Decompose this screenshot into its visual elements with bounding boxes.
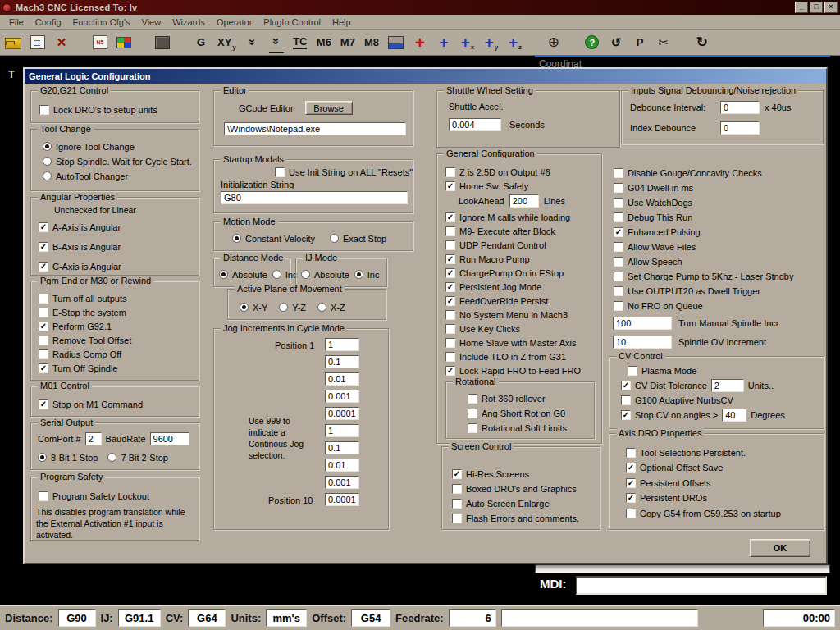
checkbox-mark[interactable] bbox=[445, 240, 455, 250]
debounce-interval-input[interactable]: 0 bbox=[720, 101, 760, 114]
tool-change-icon[interactable]: TC bbox=[293, 32, 308, 53]
checkbox-mark[interactable] bbox=[39, 349, 48, 359]
radio-mark[interactable] bbox=[232, 234, 241, 243]
checkbox-c-axis-is-angular[interactable]: ✓C-Axis is Angular bbox=[39, 259, 121, 273]
checkbox-mark[interactable]: ✓ bbox=[626, 478, 636, 488]
checkbox-lock-dro-s-to-setup-units[interactable]: Lock DRO's to setup units bbox=[39, 103, 158, 116]
checkbox-perform-g92-1[interactable]: ✓Perform G92.1 bbox=[39, 319, 131, 333]
checkbox-persistent-jog-mode[interactable]: ✓Persistent Jog Mode. bbox=[445, 280, 581, 294]
jog-increment-input-2[interactable]: 0.1 bbox=[325, 355, 359, 368]
radio-mark[interactable] bbox=[240, 303, 249, 312]
restore-button[interactable]: □ bbox=[810, 2, 823, 13]
jog-increment-input-8[interactable]: 0.01 bbox=[325, 459, 359, 472]
radio-mark[interactable] bbox=[43, 142, 52, 151]
checkbox-b-axis-is-angular[interactable]: ✓B-Axis is Angular bbox=[39, 240, 121, 253]
checkbox-plasma-mode[interactable]: Plasma Mode bbox=[628, 363, 696, 377]
checkbox-mark[interactable] bbox=[445, 338, 455, 348]
checkbox-use-init-string-on-all-resets[interactable]: Use Init String on ALL "Resets" bbox=[275, 165, 413, 179]
radio-mark[interactable] bbox=[38, 453, 47, 462]
radio-mark[interactable] bbox=[272, 270, 281, 279]
jog-increment-input-10[interactable]: 0.0001 bbox=[325, 493, 359, 506]
checkbox-use-output20-as-dwell-trigger[interactable]: Use OUTPUT20 as Dwell Trigger bbox=[614, 284, 793, 298]
z-to-zero-icon[interactable]: » bbox=[269, 32, 284, 53]
radio-absolute[interactable]: Absolute bbox=[301, 267, 349, 281]
radio-constant-velocity[interactable]: Constant Velocity bbox=[232, 231, 315, 245]
checkbox-mark[interactable] bbox=[614, 183, 623, 193]
checkbox-mark[interactable] bbox=[614, 212, 623, 222]
checkbox-a-axis-is-angular[interactable]: ✓A-Axis is Angular bbox=[39, 220, 121, 234]
checkbox-remove-tool-offset[interactable]: Remove Tool Offset bbox=[39, 333, 131, 347]
checkbox-no-fro-on-queue[interactable]: No FRO on Queue bbox=[614, 299, 793, 313]
checkbox-boxed-dro-s-and-graphics[interactable]: Boxed DRO's and Graphics bbox=[452, 482, 579, 495]
minimize-button[interactable]: _ bbox=[795, 2, 808, 13]
checkbox-mark[interactable] bbox=[468, 394, 477, 404]
checkbox-stop-cv-on-angles[interactable]: ✓ Stop CV on angles > 40 Degrees bbox=[621, 408, 785, 422]
radio-mark[interactable] bbox=[279, 303, 288, 312]
checkbox-mark[interactable] bbox=[445, 167, 455, 177]
menu-item-file[interactable]: File bbox=[3, 16, 30, 29]
tool-table-icon[interactable] bbox=[155, 36, 170, 49]
checkbox-stop-on-m1-command[interactable]: ✓Stop on M1 Command bbox=[39, 397, 143, 411]
checkbox-use-key-clicks[interactable]: Use Key Clicks bbox=[445, 322, 581, 336]
menu-item-function-cfgs[interactable]: Function Cfg's bbox=[67, 16, 136, 29]
jog-increment-input-9[interactable]: 0.001 bbox=[325, 476, 359, 489]
checkbox-home-slave-with-master-axis[interactable]: Home Slave with Master Axis bbox=[445, 336, 581, 349]
menu-item-view[interactable]: View bbox=[136, 16, 167, 29]
jog-increment-input-7[interactable]: 0.1 bbox=[325, 441, 359, 454]
checkbox-z-is-2-5d-on-output-6[interactable]: Z is 2.5D on Output #6 bbox=[445, 165, 550, 179]
checkbox-mark[interactable]: ✓ bbox=[626, 493, 636, 503]
menu-item-config[interactable]: Config bbox=[30, 16, 67, 29]
checkbox-mark[interactable]: ✓ bbox=[39, 262, 48, 272]
checkbox-mark[interactable] bbox=[39, 294, 48, 304]
gcode-editor-path-input[interactable]: \Windows\Notepad.exe bbox=[224, 122, 406, 135]
display-settings-icon[interactable] bbox=[116, 37, 131, 48]
checkbox-g04-dwell-in-ms[interactable]: G04 Dwell in ms bbox=[614, 180, 793, 194]
radio-absolute[interactable]: Absolute bbox=[219, 267, 267, 281]
checkbox-mark[interactable]: ✓ bbox=[614, 227, 623, 237]
index-debounce-input[interactable]: 0 bbox=[720, 121, 760, 135]
checkbox-mark[interactable]: ✓ bbox=[39, 399, 48, 409]
mdi-input[interactable] bbox=[576, 576, 827, 595]
checkbox-mark[interactable] bbox=[452, 514, 462, 523]
checkbox-allow-speech[interactable]: Allow Speech bbox=[614, 254, 793, 268]
ok-button[interactable]: OK bbox=[750, 539, 810, 557]
checkbox-mark[interactable] bbox=[452, 499, 462, 509]
checkbox-mark[interactable]: ✓ bbox=[621, 410, 631, 420]
radio-mark[interactable] bbox=[219, 270, 228, 279]
radio-7-bit-2-stop[interactable]: 7 Bit 2-Stop bbox=[107, 450, 167, 464]
checkbox-allow-wave-files[interactable]: Allow Wave Files bbox=[614, 240, 793, 253]
set-next-line-icon[interactable]: N5 bbox=[93, 35, 107, 49]
checkbox-mark[interactable] bbox=[614, 272, 623, 281]
checkbox-mark[interactable] bbox=[628, 366, 637, 376]
checkbox-mark[interactable] bbox=[275, 167, 285, 177]
checkbox-mark[interactable] bbox=[39, 336, 48, 345]
browse-button[interactable]: Browse bbox=[305, 101, 353, 115]
checkbox-radius-comp-off[interactable]: Radius Comp Off bbox=[39, 347, 131, 361]
jog-increment-input-1[interactable]: 1 bbox=[325, 338, 359, 351]
checkbox-persistent-offsets[interactable]: ✓Persistent Offsets bbox=[626, 476, 781, 490]
cv-dist-tolerance-input[interactable]: 2 bbox=[711, 379, 744, 392]
checkbox-hi-res-screens[interactable]: ✓Hi-Res Screens bbox=[452, 467, 579, 481]
checkbox-mark[interactable] bbox=[614, 242, 623, 252]
checkbox-g100-adaptive-nurbscv[interactable]: G100 Adaptive NurbsCV bbox=[621, 393, 733, 407]
checkbox-mark[interactable] bbox=[614, 168, 623, 178]
radio-y-z[interactable]: Y-Z bbox=[279, 300, 306, 314]
radio-mark[interactable] bbox=[317, 303, 326, 312]
checkbox-mark[interactable] bbox=[614, 198, 623, 208]
ref-all-axes-icon[interactable]: + bbox=[436, 32, 451, 53]
checkbox-tool-selections-persistent[interactable]: Tool Selections Persistent. bbox=[626, 445, 781, 459]
radio-autotool-changer[interactable]: AutoTool Changer bbox=[43, 169, 192, 183]
rotate-icon[interactable]: ↺ bbox=[609, 32, 623, 53]
jog-increment-input-5[interactable]: 0.0001 bbox=[325, 407, 359, 420]
checkbox-rot-360-rollover[interactable]: Rot 360 rollover bbox=[468, 391, 567, 405]
checkbox-mark[interactable] bbox=[445, 324, 455, 334]
close-gcode-icon[interactable]: ✕ bbox=[54, 32, 69, 53]
checkbox-mark[interactable] bbox=[626, 448, 636, 458]
checkbox-e-stop-the-system[interactable]: E-Stop the system bbox=[39, 305, 131, 319]
checkbox-mark[interactable] bbox=[614, 286, 623, 296]
jog-increment-input-4[interactable]: 0.001 bbox=[325, 390, 359, 403]
baudrate-input[interactable]: 9600 bbox=[150, 432, 189, 445]
open-gcode-icon[interactable] bbox=[5, 38, 21, 49]
radio-x-y[interactable]: X-Y bbox=[240, 300, 267, 314]
checkbox-turn-off-all-outputs[interactable]: Turn off all outputs bbox=[39, 291, 131, 305]
